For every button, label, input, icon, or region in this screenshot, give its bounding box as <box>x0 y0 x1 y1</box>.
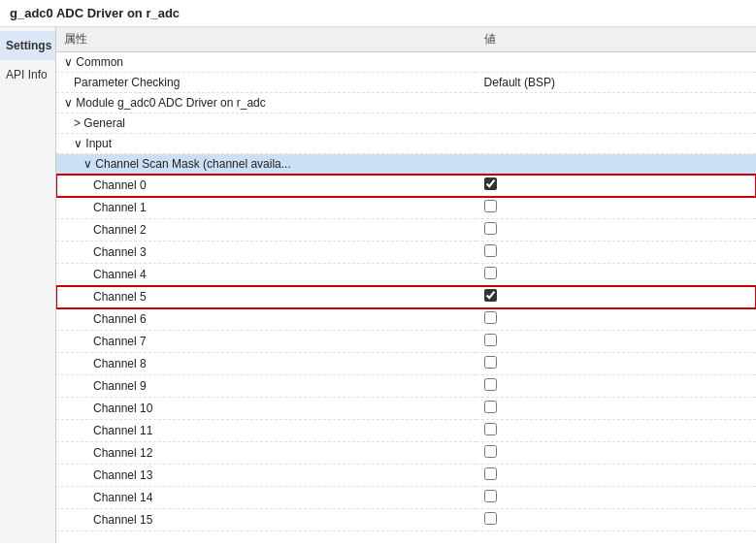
title-bar: g_adc0 ADC Driver on r_adc <box>0 0 756 27</box>
value-cell-channel-10[interactable] <box>477 398 756 420</box>
checkbox-channel-2[interactable] <box>484 222 497 235</box>
table-row-channel-9[interactable]: Channel 9 <box>56 375 756 398</box>
value-cell-module-header <box>477 93 756 113</box>
property-label-channel-6: Channel 6 <box>56 308 477 331</box>
value-cell-channel-11[interactable] <box>477 420 756 442</box>
table-row-common-header: ∨ Common <box>56 52 756 73</box>
table-row-channel-2[interactable]: Channel 2 <box>56 219 756 241</box>
property-label-channel-15: Channel 15 <box>56 509 477 531</box>
table-row-channel-3[interactable]: Channel 3 <box>56 241 756 264</box>
value-cell-channel-13[interactable] <box>477 465 756 487</box>
sidebar: SettingsAPI Info <box>0 27 56 543</box>
checkbox-channel-13[interactable] <box>484 467 497 480</box>
value-cell-general-header <box>477 113 756 134</box>
property-label-input-header: ∨ Input <box>56 134 477 154</box>
col-property: 属性 <box>56 27 477 52</box>
property-label-general-header: > General <box>56 113 477 134</box>
value-cell-channel-2[interactable] <box>477 219 756 241</box>
table-row-channel-scan-header: ∨ Channel Scan Mask (channel availa... <box>56 154 756 175</box>
property-label-channel-scan-header: ∨ Channel Scan Mask (channel availa... <box>56 154 477 175</box>
table-row-channel-11[interactable]: Channel 11 <box>56 420 756 442</box>
checkbox-channel-12[interactable] <box>484 445 497 458</box>
checkbox-channel-10[interactable] <box>484 401 497 413</box>
table-row-channel-15[interactable]: Channel 15 <box>56 509 756 531</box>
value-cell-channel-3[interactable] <box>477 241 756 264</box>
col-value: 値 <box>477 27 756 52</box>
property-label-common-header: ∨ Common <box>56 52 477 73</box>
table-row-channel-14[interactable]: Channel 14 <box>56 487 756 509</box>
table-row-module-header: ∨ Module g_adc0 ADC Driver on r_adc <box>56 93 756 113</box>
table-row-channel-1[interactable]: Channel 1 <box>56 197 756 219</box>
table-row-input-header: ∨ Input <box>56 134 756 154</box>
property-label-channel-14: Channel 14 <box>56 487 477 509</box>
property-label-param-checking: Parameter Checking <box>56 73 477 93</box>
value-cell-channel-5[interactable] <box>477 286 756 308</box>
property-label-channel-7: Channel 7 <box>56 331 477 353</box>
checkbox-channel-6[interactable] <box>484 311 497 324</box>
value-cell-channel-9[interactable] <box>477 375 756 398</box>
property-label-channel-3: Channel 3 <box>56 241 477 264</box>
value-cell-input-header <box>477 134 756 154</box>
value-cell-channel-7[interactable] <box>477 331 756 353</box>
checkbox-channel-14[interactable] <box>484 490 497 502</box>
property-label-channel-1: Channel 1 <box>56 197 477 219</box>
checkbox-channel-8[interactable] <box>484 356 497 369</box>
checkbox-channel-0[interactable] <box>484 177 497 190</box>
checkbox-channel-3[interactable] <box>484 244 497 257</box>
value-cell-channel-0[interactable] <box>477 175 756 197</box>
table-row-channel-0[interactable]: Channel 0 <box>56 175 756 197</box>
table-row-channel-8[interactable]: Channel 8 <box>56 353 756 375</box>
property-label-channel-8: Channel 8 <box>56 353 477 375</box>
window-title: g_adc0 ADC Driver on r_adc <box>10 6 180 20</box>
property-label-channel-2: Channel 2 <box>56 219 477 241</box>
value-cell-channel-1[interactable] <box>477 197 756 219</box>
property-label-channel-4: Channel 4 <box>56 264 477 286</box>
property-label-channel-10: Channel 10 <box>56 398 477 420</box>
checkbox-channel-4[interactable] <box>484 267 497 279</box>
value-cell-common-header <box>477 52 756 73</box>
checkbox-channel-15[interactable] <box>484 512 497 525</box>
property-label-channel-12: Channel 12 <box>56 442 477 465</box>
value-cell-channel-4[interactable] <box>477 264 756 286</box>
value-cell-channel-14[interactable] <box>477 487 756 509</box>
properties-table: 属性 値 ∨ CommonParameter CheckingDefault (… <box>56 27 756 531</box>
table-row-channel-5[interactable]: Channel 5 <box>56 286 756 308</box>
property-label-channel-11: Channel 11 <box>56 420 477 442</box>
table-row-channel-12[interactable]: Channel 12 <box>56 442 756 465</box>
property-label-channel-13: Channel 13 <box>56 465 477 487</box>
table-row-channel-13[interactable]: Channel 13 <box>56 465 756 487</box>
property-label-channel-0: Channel 0 <box>56 175 477 197</box>
value-cell-channel-8[interactable] <box>477 353 756 375</box>
value-cell-channel-12[interactable] <box>477 442 756 465</box>
sidebar-item-api-info[interactable]: API Info <box>0 60 55 89</box>
checkbox-channel-9[interactable] <box>484 378 497 391</box>
table-row-channel-4[interactable]: Channel 4 <box>56 264 756 286</box>
checkbox-channel-5[interactable] <box>484 289 497 302</box>
property-label-channel-5: Channel 5 <box>56 286 477 308</box>
checkbox-channel-11[interactable] <box>484 423 497 435</box>
checkbox-channel-1[interactable] <box>484 200 497 212</box>
table-row-channel-10[interactable]: Channel 10 <box>56 398 756 420</box>
property-label-channel-9: Channel 9 <box>56 375 477 398</box>
property-label-module-header: ∨ Module g_adc0 ADC Driver on r_adc <box>56 93 477 113</box>
table-row-channel-6[interactable]: Channel 6 <box>56 308 756 331</box>
table-row-param-checking: Parameter CheckingDefault (BSP) <box>56 73 756 93</box>
value-cell-channel-15[interactable] <box>477 509 756 531</box>
table-row-channel-7[interactable]: Channel 7 <box>56 331 756 353</box>
content-area: 属性 値 ∨ CommonParameter CheckingDefault (… <box>56 27 756 543</box>
table-row-general-header: > General <box>56 113 756 134</box>
checkbox-channel-7[interactable] <box>484 334 497 346</box>
table-container[interactable]: 属性 値 ∨ CommonParameter CheckingDefault (… <box>56 27 756 543</box>
value-cell-channel-scan-header <box>477 154 756 175</box>
sidebar-item-settings[interactable]: Settings <box>0 31 55 60</box>
value-cell-param-checking: Default (BSP) <box>477 73 756 93</box>
value-cell-channel-6[interactable] <box>477 308 756 331</box>
